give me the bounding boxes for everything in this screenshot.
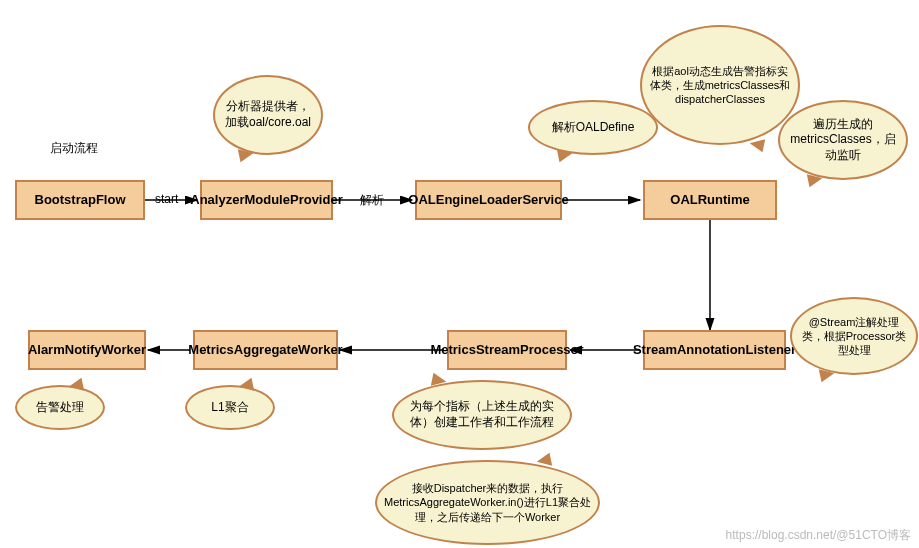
callout-metricsstream-2: 接收Dispatcher来的数据，执行MetricsAggregateWorke… — [375, 460, 600, 545]
callout-oalruntime-2: 遍历生成的metricsClasses，启动监听 — [778, 100, 908, 180]
edge-label-parse: 解析 — [360, 192, 384, 209]
callout-oalloader: 解析OALDefine — [528, 100, 658, 155]
diagram-title: 启动流程 — [50, 140, 98, 157]
node-oalruntime: OALRuntime — [643, 180, 777, 220]
node-streamannotationlistener: StreamAnnotationListener — [643, 330, 786, 370]
node-alarmnotifyworker: AlarmNotifyWorker — [28, 330, 146, 370]
callout-analyzer: 分析器提供者，加载oal/core.oal — [213, 75, 323, 155]
node-metricsstreamprocessor: MetricsStreamProcessor — [447, 330, 567, 370]
callout-metricsstream-1: 为每个指标（上述生成的实体）创建工作者和工作流程 — [392, 380, 572, 450]
callout-oalruntime-1: 根据aol动态生成告警指标实体类，生成metricsClasses和dispat… — [640, 25, 800, 145]
node-metricsaggregateworker: MetricsAggregateWorker — [193, 330, 338, 370]
node-oalengineloaderservice: OALEngineLoaderService — [415, 180, 562, 220]
callout-alarmnotify: 告警处理 — [15, 385, 105, 430]
edge-label-start: start — [155, 192, 178, 206]
node-bootstrapflow: BootstrapFlow — [15, 180, 145, 220]
callout-metricsagg: L1聚合 — [185, 385, 275, 430]
node-analyzermoduleprovider: AnalyzerModuleProvider — [200, 180, 333, 220]
watermark: https://blog.csdn.net/@51CTO博客 — [726, 527, 911, 544]
callout-streamanno: @Stream注解处理类，根据Processor类型处理 — [790, 297, 918, 375]
